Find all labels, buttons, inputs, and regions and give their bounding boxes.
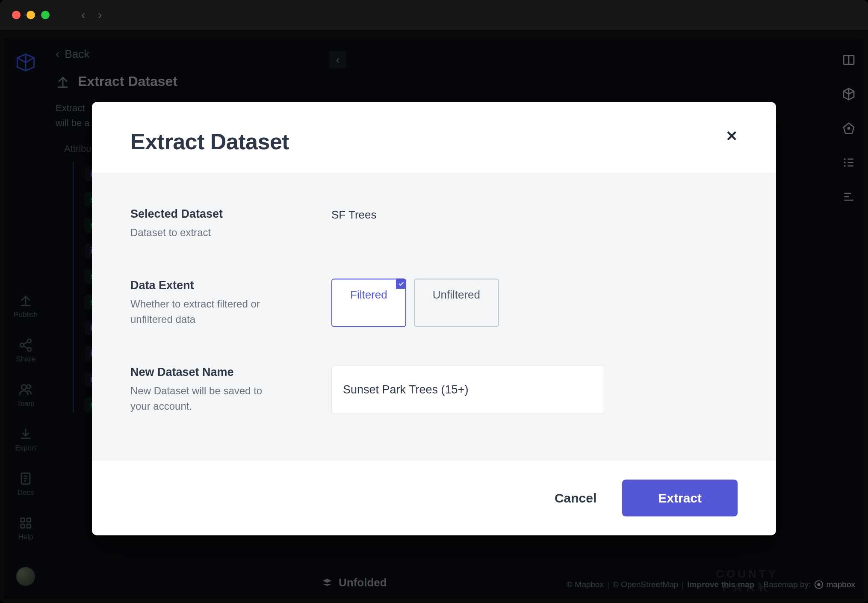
modal-header: Extract Dataset ✕	[92, 102, 776, 173]
option-unfiltered[interactable]: Unfiltered	[414, 279, 499, 327]
browser-nav: ‹ ›	[81, 8, 102, 22]
new-name-label: New Dataset Name	[130, 366, 331, 379]
modal-footer: Cancel Extract	[92, 461, 776, 535]
close-icon[interactable]: ✕	[726, 129, 738, 143]
selected-dataset-value: SF Trees	[331, 207, 376, 240]
app-window: ‹ › Publish Share Team Export	[0, 0, 868, 603]
close-window-icon[interactable]	[12, 11, 21, 19]
new-name-hint: New Dataset will be saved to your accoun…	[130, 383, 284, 414]
row-new-name: New Dataset Name New Dataset will be sav…	[130, 366, 738, 414]
modal-body: Selected Dataset Dataset to extract SF T…	[92, 173, 776, 461]
check-icon	[396, 279, 406, 289]
modal-title: Extract Dataset	[130, 129, 289, 154]
window-controls	[12, 11, 50, 19]
extract-dataset-modal: Extract Dataset ✕ Selected Dataset Datas…	[92, 102, 776, 535]
data-extent-hint: Whether to extract filtered or unfiltere…	[130, 296, 284, 327]
data-extent-label: Data Extent	[130, 279, 331, 292]
app-shell: Publish Share Team Export Docs Help	[4, 38, 864, 599]
nav-back-icon[interactable]: ‹	[81, 8, 85, 22]
cancel-button[interactable]: Cancel	[555, 491, 596, 505]
option-filtered[interactable]: Filtered	[331, 279, 406, 327]
maximize-window-icon[interactable]	[41, 11, 50, 19]
new-name-input[interactable]	[331, 366, 605, 414]
data-extent-toggle: Filtered Unfiltered	[331, 279, 499, 327]
selected-dataset-label: Selected Dataset	[130, 207, 331, 221]
titlebar: ‹ ›	[0, 0, 868, 30]
row-selected-dataset: Selected Dataset Dataset to extract SF T…	[130, 207, 738, 240]
minimize-window-icon[interactable]	[27, 11, 35, 19]
nav-forward-icon[interactable]: ›	[98, 8, 102, 22]
row-data-extent: Data Extent Whether to extract filtered …	[130, 279, 738, 327]
selected-dataset-hint: Dataset to extract	[130, 225, 284, 240]
extract-button[interactable]: Extract	[622, 480, 738, 517]
